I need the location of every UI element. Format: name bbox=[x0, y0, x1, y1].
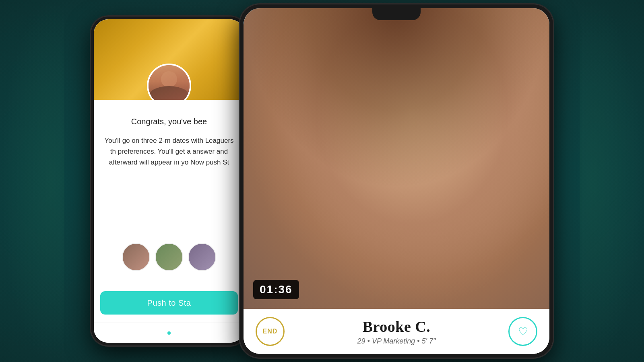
heart-button[interactable]: ♡ bbox=[508, 317, 537, 346]
main-avatar bbox=[147, 64, 191, 100]
push-to-start-button[interactable]: Push to Sta bbox=[100, 291, 238, 315]
right-screen-content: 01:36 END Brooke C. 29 • VP Marketing • … bbox=[244, 8, 549, 354]
congrats-text: Congrats, you've bee bbox=[131, 116, 207, 127]
profile-photo-main: 01:36 bbox=[244, 8, 549, 309]
bottom-nav-left bbox=[94, 323, 244, 343]
small-avatar-1 bbox=[122, 243, 150, 271]
avatar-person bbox=[149, 65, 190, 100]
profile-photo-top bbox=[94, 19, 244, 100]
right-phone-screen: 01:36 END Brooke C. 29 • VP Marketing • … bbox=[244, 8, 549, 354]
profile-name-section: Brooke C. 29 • VP Marketing • 5' 7" bbox=[285, 318, 508, 346]
profile-details: 29 • VP Marketing • 5' 7" bbox=[285, 337, 508, 346]
end-button-label: END bbox=[263, 328, 278, 335]
left-text-content: Congrats, you've bee You'll go on three … bbox=[94, 100, 244, 291]
left-phone-screen: Congrats, you've bee You'll go on three … bbox=[94, 19, 244, 343]
photo-background bbox=[244, 8, 549, 309]
phones-container: Congrats, you've bee You'll go on three … bbox=[91, 4, 553, 358]
bg-decoration-right bbox=[580, 0, 644, 362]
phone-left: Congrats, you've bee You'll go on three … bbox=[91, 16, 248, 346]
left-screen-content: Congrats, you've bee You'll go on three … bbox=[94, 19, 244, 343]
timer-badge: 01:36 bbox=[253, 280, 299, 299]
timer-text: 01:36 bbox=[260, 283, 293, 296]
small-avatar-2 bbox=[155, 243, 183, 271]
profile-info-bar: END Brooke C. 29 • VP Marketing • 5' 7" … bbox=[244, 309, 549, 354]
phone-notch bbox=[372, 8, 421, 20]
profile-avatars-row bbox=[122, 243, 216, 271]
description-text: You'll go on three 2-m dates with League… bbox=[103, 135, 235, 168]
small-avatar-3 bbox=[188, 243, 216, 271]
bg-decoration-left bbox=[0, 0, 64, 362]
bottom-dot bbox=[167, 331, 171, 335]
phone-right: 01:36 END Brooke C. 29 • VP Marketing • … bbox=[239, 4, 553, 358]
end-button[interactable]: END bbox=[256, 317, 285, 346]
profile-name: Brooke C. bbox=[285, 318, 508, 335]
heart-icon: ♡ bbox=[518, 325, 528, 338]
push-button-label: Push to Sta bbox=[147, 298, 191, 308]
